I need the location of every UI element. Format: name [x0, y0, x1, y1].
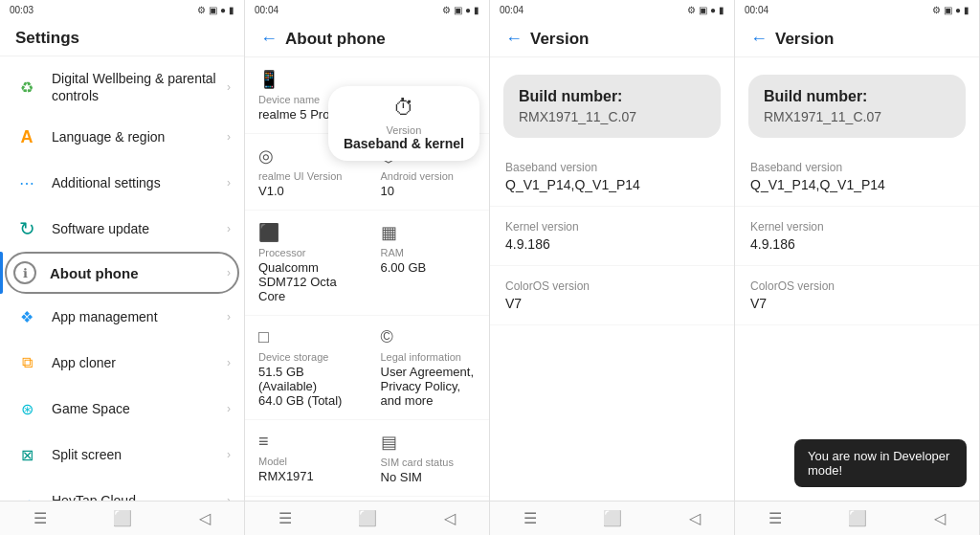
panel-about-phone: 00:04 ⚙ ▣ ● ▮ ← About phone ⏱ Version Ba…	[245, 0, 490, 535]
back-arrow-2[interactable]: ←	[260, 29, 278, 49]
software-update-label: Software update	[52, 220, 227, 237]
android-version-value: 10	[381, 184, 477, 198]
chevron-icon: ›	[227, 310, 231, 323]
sidebar-item-language[interactable]: A Language & region ›	[0, 114, 244, 160]
wifi-icon: ●	[220, 5, 226, 15]
chevron-icon: ›	[227, 266, 231, 279]
model-item[interactable]: ≡ Model RMX1971	[245, 420, 368, 497]
nav-home-icon-3[interactable]: ⬜	[603, 509, 622, 527]
status-bar-2: 00:04 ⚙ ▣ ● ▮	[245, 0, 489, 19]
split-screen-icon: ⊠	[13, 441, 40, 468]
sidebar-item-about-phone[interactable]: ℹ About phone ›	[0, 252, 244, 294]
status-icons-4: ⚙ ▣ ● ▮	[932, 5, 969, 15]
version2-title: Version	[775, 30, 834, 49]
sidebar-item-software-update[interactable]: ↻ Software update ›	[0, 206, 244, 252]
nav-back-icon-3[interactable]: ◁	[689, 509, 701, 527]
settings-icon-2: ⚙	[442, 5, 451, 15]
digital-wellbeing-label: Digital Wellbeing & parental controls	[52, 70, 227, 104]
nav-bar-1: ☰ ⬜ ◁	[0, 501, 244, 535]
nav-menu-icon-3[interactable]: ☰	[523, 509, 537, 527]
realme-ui-value: V1.0	[258, 184, 354, 198]
nav-home-icon-4[interactable]: ⬜	[848, 509, 867, 527]
coloros-value-2: V7	[750, 296, 964, 311]
storage-label: Device storage	[258, 351, 354, 363]
sidebar-item-game-space[interactable]: ⊛ Game Space ›	[0, 386, 244, 432]
version2-title-bar: ← Version	[735, 19, 979, 57]
build-number-box-1[interactable]: Build number: RMX1971_11_C.07	[503, 75, 721, 138]
nav-home-icon[interactable]: ⬜	[113, 509, 132, 527]
kernel-item-2: Kernel version 4.9.186	[735, 207, 979, 266]
sim-item[interactable]: ▤ SIM card status No SIM	[368, 420, 490, 497]
realme-ui-label: realme UI Version	[258, 170, 354, 182]
back-arrow-3[interactable]: ←	[505, 29, 523, 49]
sidebar-item-app-cloner[interactable]: ⧉ App cloner ›	[0, 340, 244, 386]
nav-bar-3: ☰ ⬜ ◁	[490, 501, 734, 535]
model-value: RMX1971	[258, 469, 354, 483]
panel-settings: 00:03 ⚙ ▣ ● ▮ Settings ♻ Digital Wellbei…	[0, 0, 245, 535]
time-4: 00:04	[745, 5, 768, 15]
status-bar-4: 00:04 ⚙ ▣ ● ▮	[735, 0, 979, 19]
wifi-icon-4: ●	[955, 5, 961, 15]
build-number-title-1: Build number:	[519, 88, 705, 105]
sidebar-item-additional-settings[interactable]: ⋯ Additional settings ›	[0, 160, 244, 206]
status-item[interactable]: ≣ Status IMEI & IP	[245, 497, 368, 501]
status-bar-3: 00:04 ⚙ ▣ ● ▮	[490, 0, 734, 19]
panel-version-1: 00:04 ⚙ ▣ ● ▮ ← Version Build number: RM…	[490, 0, 735, 535]
sidebar-item-heytap-cloud[interactable]: ☁ HeyTap Cloud ›	[0, 478, 244, 501]
version-card[interactable]: ⏱ Version Baseband & kernel	[328, 86, 479, 161]
about-phone-panel: 00:04 ⚙ ▣ ● ▮ ← About phone ⏱ Version Ba…	[245, 0, 490, 535]
baseband-label-2: Baseband version	[750, 161, 964, 174]
additional-settings-label: Additional settings	[52, 174, 227, 191]
ram-item[interactable]: ▦ RAM 6.00 GB	[368, 211, 490, 316]
chevron-icon: ›	[227, 356, 231, 369]
build-number-box-2[interactable]: Build number: RMX1971_11_C.07	[748, 75, 966, 138]
nav-back-icon[interactable]: ◁	[199, 509, 211, 527]
baseband-value-2: Q_V1_P14,Q_V1_P14	[750, 177, 964, 192]
nav-menu-icon[interactable]: ☰	[33, 509, 47, 527]
wifi-icon-3: ●	[710, 5, 716, 15]
additional-settings-icon: ⋯	[13, 169, 40, 196]
nav-bar-4: ☰ ⬜ ◁	[735, 501, 979, 535]
chevron-icon: ›	[227, 402, 231, 415]
sidebar-item-split-screen[interactable]: ⊠ Split screen ›	[0, 432, 244, 478]
developer-mode-toast: You are now in Developer mode!	[794, 439, 967, 487]
time-1: 00:03	[10, 5, 33, 15]
storage-item[interactable]: □ Device storage 51.5 GB (Available)64.0…	[245, 316, 368, 420]
nav-menu-icon-2[interactable]: ☰	[278, 509, 292, 527]
build-number-value-1: RMX1971_11_C.07	[519, 109, 705, 124]
language-label: Language & region	[52, 128, 227, 145]
sidebar-item-app-management[interactable]: ❖ App management ›	[0, 294, 244, 340]
settings-list: ♻ Digital Wellbeing & parental controls …	[0, 56, 244, 501]
battery-icon-2: ▮	[474, 5, 479, 15]
battery-icon-4: ▮	[964, 5, 969, 15]
app-management-icon: ❖	[13, 303, 40, 330]
ram-label: RAM	[381, 247, 477, 258]
sim-label: SIM card status	[381, 457, 477, 468]
legal-value: User Agreement, Privacy Policy, and more	[381, 365, 477, 408]
nav-back-icon-4[interactable]: ◁	[934, 509, 946, 527]
baseband-item-2: Baseband version Q_V1_P14,Q_V1_P14	[735, 147, 979, 207]
about-phone-title: About phone	[285, 30, 386, 49]
about-phone-icon: ℹ	[13, 261, 36, 284]
legal-label: Legal information	[381, 351, 477, 363]
status-icons-2: ⚙ ▣ ● ▮	[442, 5, 479, 15]
nav-menu-icon-4[interactable]: ☰	[768, 509, 782, 527]
kernel-value-1: 4.9.186	[505, 236, 719, 252]
baseband-item-1: Baseband version Q_V1_P14,Q_V1_P14	[490, 147, 734, 207]
settings-icon-3: ⚙	[687, 5, 696, 15]
battery-icon: ▮	[229, 5, 234, 15]
legal-item[interactable]: © Legal information User Agreement, Priv…	[368, 316, 490, 420]
baseband-label-1: Baseband version	[505, 161, 719, 174]
ram-icon: ▦	[381, 222, 477, 243]
nav-home-icon-2[interactable]: ⬜	[358, 509, 377, 527]
game-space-label: Game Space	[52, 400, 227, 417]
chevron-icon: ›	[227, 494, 231, 501]
sidebar-item-digital-wellbeing[interactable]: ♻ Digital Wellbeing & parental controls …	[0, 60, 244, 114]
about-phone-content: ⏱ Version Baseband & kernel 📱 Device nam…	[245, 57, 489, 501]
back-arrow-4[interactable]: ←	[750, 29, 768, 49]
nav-back-icon-2[interactable]: ◁	[444, 509, 456, 527]
regulatory-item[interactable]: ▨ Regulatory	[368, 497, 490, 501]
software-update-icon: ↻	[13, 215, 40, 242]
processor-item[interactable]: ⬛ Processor Qualcomm SDM712 Octa Core	[245, 211, 368, 316]
android-version-label: Android version	[381, 170, 477, 182]
